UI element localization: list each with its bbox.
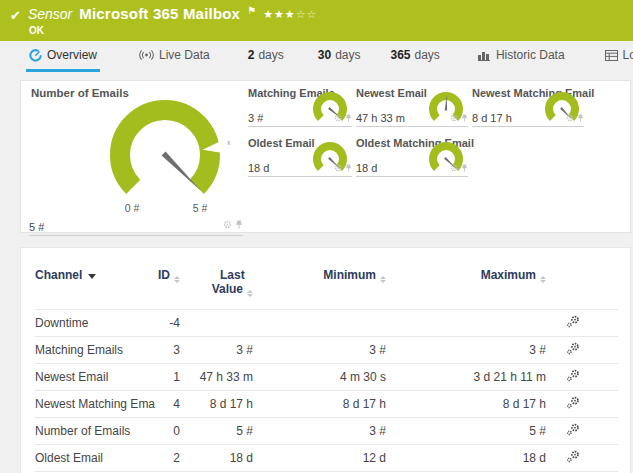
main-gauge-card: Number of Emails x 0 # 5 # 5 # <box>21 81 246 232</box>
flag-icon[interactable]: ⚑ <box>247 5 256 16</box>
log-icon <box>605 50 618 61</box>
col-header-maximum[interactable]: Maximum <box>386 264 546 310</box>
gauge-pin-icon[interactable] <box>345 158 352 176</box>
tab-log[interactable]: Log <box>602 41 633 72</box>
channel-row: Oldest Email 2 18 d 12 d 18 d <box>35 445 618 472</box>
channel-settings-icon[interactable] <box>566 450 580 466</box>
channel-id: 1 <box>155 364 180 391</box>
gauge-card: Oldest Email 18 d <box>248 135 352 177</box>
channel-row: Matching Emails 3 3 # 3 # 3 # <box>35 337 618 364</box>
gauge-card: Matching Emails 3 # <box>248 85 352 127</box>
gauge-icon <box>29 49 42 62</box>
channel-settings-icon[interactable] <box>566 315 580 331</box>
gauge-pin-icon[interactable] <box>345 108 352 126</box>
channels-panel: Channel ID LastValue Minimum Maximum Dow… <box>20 247 631 473</box>
channel-last-value: 18 d <box>180 445 253 472</box>
channel-settings-icon[interactable] <box>566 369 580 385</box>
gauge-pin-icon[interactable] <box>235 215 243 233</box>
gauge-title: Oldest Email <box>248 137 315 149</box>
sort-icon[interactable] <box>174 276 180 283</box>
col-header-minimum[interactable]: Minimum <box>253 264 386 310</box>
gauge-settings-icon[interactable] <box>334 158 342 176</box>
tab-label: Historic Data <box>496 48 565 62</box>
gauge-settings-icon[interactable] <box>566 108 574 126</box>
channel-name: Downtime <box>35 310 155 337</box>
gauge-value: 18 d <box>356 162 377 174</box>
gauge-scale-max: 5 # <box>183 202 217 214</box>
channel-minimum: 8 d 17 h <box>253 391 386 418</box>
chevron-down-icon <box>88 274 96 279</box>
channel-minimum: 3 # <box>253 337 386 364</box>
tab-label: Overview <box>47 48 97 62</box>
gauge-pin-icon[interactable] <box>461 108 468 126</box>
tab-30-days[interactable]: 30 days <box>315 41 364 72</box>
channel-minimum: 12 d <box>253 445 386 472</box>
prtg-sensor-page: ✔ Sensor Microsoft 365 Mailbox ⚑ ★★★☆☆ O… <box>0 0 633 473</box>
tab-2-days[interactable]: 2 days <box>245 41 287 72</box>
gauge-settings-icon[interactable] <box>450 158 458 176</box>
gauges-panel: Number of Emails x 0 # 5 # 5 # Matchi <box>20 80 631 233</box>
gauge-pin-icon[interactable] <box>461 158 468 176</box>
object-kind-label: Sensor <box>28 6 72 22</box>
channel-settings-icon[interactable] <box>566 396 580 412</box>
channel-maximum: 18 d <box>386 445 546 472</box>
channel-maximum <box>386 310 546 337</box>
gauge-settings-icon[interactable] <box>450 108 458 126</box>
stars-empty[interactable]: ☆☆ <box>296 8 318 21</box>
channels-table: Channel ID LastValue Minimum Maximum Dow… <box>35 264 618 473</box>
channel-maximum: 3 # <box>386 337 546 364</box>
chart-icon <box>478 50 491 61</box>
channel-maximum: 5 # <box>386 418 546 445</box>
gauge-card: Newest Email 47 h 33 m <box>356 85 468 127</box>
priority-stars[interactable]: ★★★☆☆ <box>263 8 317 21</box>
sensor-header: ✔ Sensor Microsoft 365 Mailbox ⚑ ★★★☆☆ O… <box>0 0 633 41</box>
channel-minimum <box>253 310 386 337</box>
gauge-settings-icon[interactable] <box>223 215 232 233</box>
tab-bar: Overview Live Data 2 days 30 days <box>0 41 633 72</box>
gauge-value: 8 d 17 h <box>472 112 512 124</box>
tab-overview[interactable]: Overview <box>26 41 100 72</box>
tab-365-days[interactable]: 365 days <box>387 41 442 72</box>
main-gauge-value: 5 # <box>29 221 44 233</box>
channel-minimum: 4 m 30 s <box>253 364 386 391</box>
sort-icon[interactable] <box>380 276 386 283</box>
gauge-value: 47 h 33 m <box>356 112 405 124</box>
channel-maximum: 3 d 21 h 11 m <box>386 364 546 391</box>
tab-live-data[interactable]: Live Data <box>136 41 213 72</box>
tab-label: days <box>415 48 440 62</box>
broadcast-icon <box>139 49 154 61</box>
col-header-id[interactable]: ID <box>155 264 180 310</box>
gauge-card: Oldest Matching Email 18 d <box>356 135 468 177</box>
channel-row: Downtime -4 <box>35 310 618 337</box>
channel-row: Number of Emails 0 5 # 3 # 5 # <box>35 418 618 445</box>
channel-settings-icon[interactable] <box>566 423 580 439</box>
gauge-pin-icon[interactable] <box>577 108 584 126</box>
channel-settings-icon[interactable] <box>566 342 580 358</box>
channel-id: 4 <box>155 391 180 418</box>
sort-icon[interactable] <box>247 290 253 297</box>
channel-minimum: 3 # <box>253 418 386 445</box>
channel-last-value: 8 d 17 h <box>180 391 253 418</box>
sort-icon[interactable] <box>540 276 546 283</box>
channel-id: 3 <box>155 337 180 364</box>
channel-id: 0 <box>155 418 180 445</box>
col-header-settings <box>546 264 618 310</box>
gauge-value: 18 d <box>248 162 269 174</box>
col-header-channel[interactable]: Channel <box>35 264 155 310</box>
col-header-last-value[interactable]: LastValue <box>180 264 253 310</box>
gauge-title: Newest Email <box>356 87 427 99</box>
channel-name: Newest Email <box>35 364 155 391</box>
gauge-settings-icon[interactable] <box>334 108 342 126</box>
tab-label: days <box>258 48 283 62</box>
channel-row: Newest Matching Email 4 8 d 17 h 8 d 17 … <box>35 391 618 418</box>
channel-name: Newest Matching Email <box>35 391 155 418</box>
tab-label: Log <box>623 48 633 62</box>
gauge-marker-label: x <box>227 139 231 146</box>
status-badge: OK <box>29 25 44 36</box>
gauge-card: Newest Matching Email 8 d 17 h <box>472 85 584 127</box>
channel-last-value: 5 # <box>180 418 253 445</box>
stars-filled[interactable]: ★★★ <box>263 8 296 21</box>
channel-last-value <box>180 310 253 337</box>
tab-historic-data[interactable]: Historic Data <box>475 41 568 72</box>
small-gauges-grid: Matching Emails 3 # Newest Email <box>248 85 584 177</box>
